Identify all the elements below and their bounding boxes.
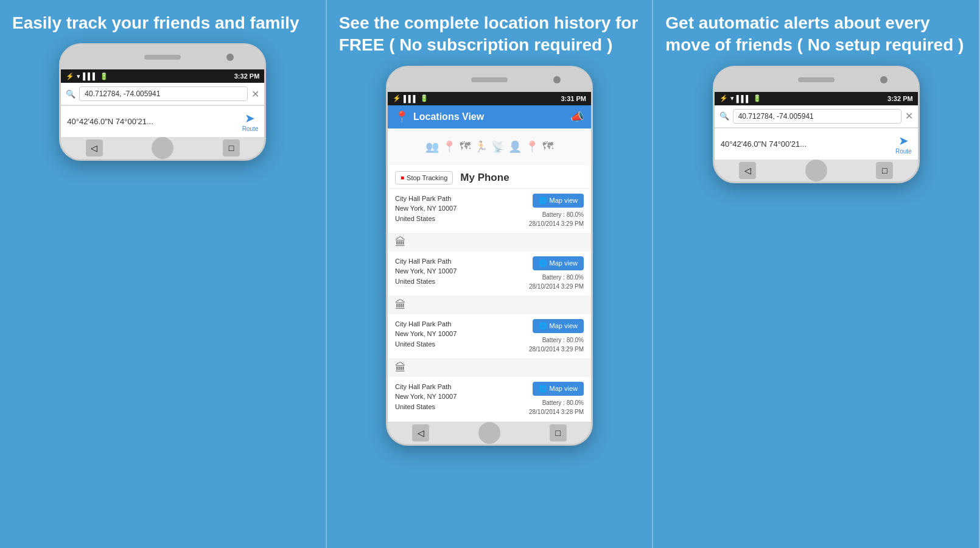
route-label-1: Route <box>242 125 259 132</box>
back-button-3[interactable]: ◁ <box>739 162 756 179</box>
tracking-icon: ⚡ <box>393 94 401 102</box>
map-view-button-4[interactable]: 🌐 Map view <box>533 382 584 396</box>
route-icon-1: ➤ <box>245 111 255 125</box>
phone-top-bar-3 <box>715 68 918 92</box>
battery-info-4: Battery : 80.0% <box>542 399 584 406</box>
back-button-2[interactable]: ◁ <box>412 424 429 441</box>
back-button-1[interactable]: ◁ <box>86 139 103 156</box>
location-right-4: 🌐 Map view Battery : 80.0% 28/10/2014 3:… <box>529 382 584 416</box>
battery-icon-3: 🔋 <box>753 94 761 102</box>
divider-3: 🏛 <box>388 359 591 377</box>
divider-1: 🏛 <box>388 234 591 251</box>
coords-display-1: 40°42'46.0"N 74°00'21... <box>67 117 153 126</box>
phone-camera-1 <box>226 54 234 61</box>
phone-camera-3 <box>880 76 887 83</box>
status-icons-3: ⚡ ▾ ▌▌▌ 🔋 <box>719 94 761 102</box>
locations-header-left: 📍 Locations View <box>395 110 484 124</box>
search-input-3[interactable]: 40.712784, -74.005941 <box>733 109 901 124</box>
wifi-icon-3: ▾ <box>730 94 734 102</box>
datetime-4: 28/10/2014 3:28 PM <box>529 409 584 415</box>
banner-icon-6: 👤 <box>508 140 522 153</box>
phone-speaker-3 <box>798 77 835 82</box>
signal-icon: ▌▌▌ <box>83 72 97 80</box>
phone-top-bar-2 <box>388 68 591 92</box>
phone-speaker-2 <box>471 77 508 82</box>
recent-button-2[interactable]: □ <box>550 424 567 441</box>
map-bottom-bar-3: 40°42'46.0"N 74°00'21... ➤ Route <box>715 128 918 160</box>
phone-screen-1: ⚡ ▾ ▌▌▌ 🔋 3:32 PM 🔍 40.712784, -74.00594… <box>61 69 264 137</box>
signal-icon-2: ▌▌▌ <box>404 95 418 102</box>
location-meta-2: Battery : 80.0% 28/10/2014 3:29 PM <box>529 273 584 291</box>
status-icons-2: ⚡ ▌▌▌ 🔋 <box>393 94 429 102</box>
route-label-3: Route <box>895 148 912 155</box>
bell-icon[interactable]: 📣 <box>570 110 584 124</box>
map-view-button-3[interactable]: 🌐 Map view <box>533 319 584 333</box>
location-right-1: 🌐 Map view Battery : 80.0% 28/10/2014 3:… <box>529 194 584 228</box>
route-button-1[interactable]: ➤ Route <box>242 111 259 132</box>
search-bar-1: 🔍 40.712784, -74.005941 ✕ <box>61 83 264 105</box>
phone-bottom-bar-1: ◁ □ <box>61 137 264 159</box>
battery-info-3: Battery : 80.0% <box>542 337 584 343</box>
status-icons-1: ⚡ ▾ ▌▌▌ 🔋 <box>66 72 108 80</box>
map-view-label-3: Map view <box>550 322 578 329</box>
close-icon-3[interactable]: ✕ <box>905 110 913 122</box>
phone-2: ⚡ ▌▌▌ 🔋 3:31 PM 📍 Locations View 📣 👥 📍 <box>386 66 593 446</box>
phone-screen-3: ⚡ ▾ ▌▌▌ 🔋 3:32 PM 🔍 40.712784, -74.00594… <box>715 92 918 160</box>
globe-icon-4: 🌐 <box>539 385 547 393</box>
coords-display-3: 40°42'46.0"N 74°00'21... <box>721 139 807 149</box>
panel-locations: See the complete location history for FR… <box>327 0 654 548</box>
location-right-2: 🌐 Map view Battery : 80.0% 28/10/2014 3:… <box>529 256 584 291</box>
battery-info-2: Battery : 80.0% <box>542 274 584 281</box>
route-icon-3: ➤ <box>898 133 909 148</box>
battery-icon-2: 🔋 <box>420 94 429 102</box>
location-item-4: City Hall Park PathNew York, NY 10007Uni… <box>388 377 591 422</box>
locations-header: 📍 Locations View 📣 <box>388 105 591 128</box>
status-bar-1: ⚡ ▾ ▌▌▌ 🔋 3:32 PM <box>61 69 264 83</box>
wifi-icon: ▾ <box>77 72 80 80</box>
recent-button-1[interactable]: □ <box>223 139 240 156</box>
location-list: City Hall Park PathNew York, NY 10007Uni… <box>388 189 591 422</box>
banner-icon-3: 🗺 <box>460 140 471 153</box>
home-button-3[interactable] <box>805 160 827 181</box>
globe-icon-2: 🌐 <box>539 259 547 267</box>
time-2: 3:31 PM <box>561 95 586 102</box>
stop-tracking-label: Stop Tracking <box>407 174 447 181</box>
stop-tracking-button[interactable]: ■ Stop Tracking <box>395 171 453 184</box>
usb-icon-3: ⚡ <box>719 94 728 102</box>
map-view-button-1[interactable]: 🌐 Map view <box>533 194 584 208</box>
close-icon-1[interactable]: ✕ <box>251 88 259 100</box>
location-address-3: City Hall Park PathNew York, NY 10007Uni… <box>395 319 457 350</box>
banner-area: 👥 📍 🗺 🏃 📡 👤 📍 🗺 <box>388 128 591 165</box>
location-right-3: 🌐 Map view Battery : 80.0% 28/10/2014 3:… <box>529 319 584 354</box>
banner-icon-8: 🗺 <box>542 140 553 153</box>
time-3: 3:32 PM <box>887 95 913 102</box>
location-meta-4: Battery : 80.0% 28/10/2014 3:28 PM <box>529 398 584 416</box>
location-item-2: City Hall Park PathNew York, NY 10007Uni… <box>388 251 591 297</box>
map-view-label-2: Map view <box>550 259 578 267</box>
recent-button-3[interactable]: □ <box>876 162 893 179</box>
home-button-1[interactable] <box>152 137 173 159</box>
datetime-3: 28/10/2014 3:29 PM <box>529 346 584 353</box>
locations-view-title: Locations View <box>413 111 484 122</box>
phone-speaker-1 <box>144 55 181 60</box>
panel1-title: Easily track your friends and family <box>6 12 320 43</box>
location-address-1: City Hall Park PathNew York, NY 10007Uni… <box>395 194 457 224</box>
person-name: My Phone <box>460 172 509 184</box>
location-item-1: City Hall Park PathNew York, NY 10007Uni… <box>388 189 591 234</box>
panel3-title: Get automatic alerts about every move of… <box>659 12 973 66</box>
banner-icon-2: 📍 <box>443 140 456 153</box>
location-item-3: City Hall Park PathNew York, NY 10007Uni… <box>388 314 591 359</box>
map-view-button-2[interactable]: 🌐 Map view <box>533 256 584 270</box>
banner-icon-4: 🏃 <box>474 140 488 153</box>
location-meta-1: Battery : 80.0% 28/10/2014 3:29 PM <box>529 210 584 228</box>
search-input-1[interactable]: 40.712784, -74.005941 <box>79 86 248 101</box>
status-bar-3: ⚡ ▾ ▌▌▌ 🔋 3:32 PM <box>715 92 918 105</box>
panel-alerts: Get automatic alerts about every move of… <box>653 0 980 548</box>
phone-camera-2 <box>553 76 561 83</box>
home-button-2[interactable] <box>478 422 500 444</box>
route-button-3[interactable]: ➤ Route <box>895 133 912 155</box>
signal-icon-3: ▌▌▌ <box>737 95 751 102</box>
phone-1: ⚡ ▾ ▌▌▌ 🔋 3:32 PM 🔍 40.712784, -74.00594… <box>59 43 266 161</box>
divider-icon-3: 🏛 <box>395 362 406 374</box>
phone-screen-2: ⚡ ▌▌▌ 🔋 3:31 PM 📍 Locations View 📣 👥 📍 <box>388 92 591 422</box>
